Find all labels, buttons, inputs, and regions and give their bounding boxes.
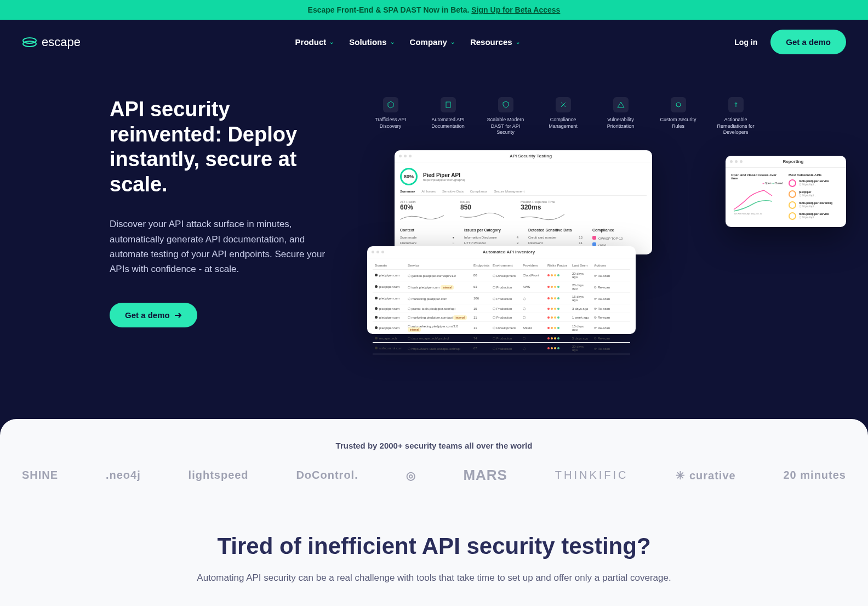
hero-section: API security reinvented: Deploy instantl… [0,64,868,408]
shield-icon [502,101,510,109]
panel-tabs: SummaryAll IssuesSensitive DataComplianc… [400,190,647,196]
nav-company[interactable]: Company⌄ [410,37,455,47]
main-nav: escape Product⌄ Solutions⌄ Company⌄ Reso… [0,20,868,64]
panel-inventory: Automated API Inventory DomainServiceEnd… [367,246,636,334]
logo-neo4j: .neo4j [106,469,141,482]
trusted-heading: Trusted by 2000+ security teams all over… [22,441,846,450]
x-icon [559,101,567,109]
section-title: Tired of inefficient API security testin… [22,533,846,559]
upload-icon [732,101,740,109]
svg-rect-2 [446,102,450,107]
document-icon [444,101,452,109]
logo-shine: SHINE [22,469,58,482]
table-row: piedpiper.com⬡ api.marketing.piedpiper.c… [373,322,630,334]
chevron-down-icon: ⌄ [450,39,455,45]
nav-product[interactable]: Product⌄ [295,37,334,47]
gear-icon [675,101,682,109]
logo-volvo: ◎ [406,469,416,482]
feature-rules: Custom Security Rules [655,97,701,136]
product-mockups: API Security Testing 80% Pied Piper APIh… [362,150,846,364]
nav-actions: Log in Get a demo [734,30,846,54]
hero-cta-button[interactable]: Get a demo [110,303,197,327]
brand-name: escape [42,35,81,49]
logo-icon [22,36,37,48]
table-row: piedpiper.com⬡ marketing.piedpiper.com 1… [373,293,630,304]
feature-documentation: Automated API Documentation [425,97,471,136]
get-demo-button[interactable]: Get a demo [770,30,846,54]
banner-link[interactable]: Sign Up for Beta Access [471,5,560,14]
table-row: sofacontrol.com⬡ https://tooni-tools.esc… [373,343,630,354]
table-row: piedpiper.com⬡ gottitsu.piedpiper.com/ap… [373,270,630,281]
chevron-down-icon: ⌄ [329,39,334,45]
chevron-down-icon: ⌄ [390,39,395,45]
section-description: Automating API security can be a real ch… [22,573,846,584]
panel-reporting: Reporting Open and closed issues over ti… [726,156,846,227]
logo[interactable]: escape [22,35,81,49]
logo-thinkific: THINKIFIC [555,469,629,482]
table-row: piedpiper.com⬡ promo-tools.piedpiper.com… [373,304,630,313]
feature-vulnerability: Vulnerability Prioritization [597,97,644,136]
customer-logos: SHINE .neo4j lightspeed DoControl. ◎ MAR… [22,467,846,484]
nav-solutions[interactable]: Solutions⌄ [349,37,394,47]
logo-lightspeed: lightspeed [189,469,249,482]
social-proof-section: Trusted by 2000+ security teams all over… [0,419,868,606]
feature-discovery: Trafficless API Discovery [367,97,414,136]
table-row: piedpiper.com⬡ marketing.piedpiper.com/a… [373,313,630,322]
cube-icon [387,101,395,109]
alert-icon [617,101,625,109]
svg-point-3 [676,103,681,107]
table-row: piedpiper.com⬡ tools.piedpiper.com inter… [373,281,630,293]
login-link[interactable]: Log in [734,38,757,47]
logo-curative: ✳ curative [676,469,735,482]
table-row: escape.tech⬡ docs.escape.tech/graphql 74… [373,334,630,343]
feature-icons-row: Trafficless API Discovery Automated API … [362,97,846,136]
logo-docontrol: DoControl. [296,469,358,482]
beta-banner: Escape Front-End & SPA DAST Now in Beta.… [0,0,868,20]
banner-text: Escape Front-End & SPA DAST Now in Beta. [308,5,472,14]
logo-20minutes: 20 minutes [783,469,846,482]
feature-dast: Scalable Modern DAST for API Security [482,97,529,136]
svg-text:Jan Feb Mar Apr May Jun Jul: Jan Feb Mar Apr May Jun Jul [734,212,762,215]
feature-compliance: Compliance Management [540,97,586,136]
panel-security-testing: API Security Testing 80% Pied Piper APIh… [395,150,652,254]
nav-resources[interactable]: Resources⌄ [470,37,520,47]
chevron-down-icon: ⌄ [516,39,520,45]
feature-remediation: Actionable Remediations for Developers [712,97,759,136]
api-score: 80% [400,168,418,185]
nav-menu: Product⌄ Solutions⌄ Company⌄ Resources⌄ [295,37,520,47]
hero-title: API security reinvented: Deploy instantl… [110,97,340,197]
hero-description: Discover your API attack surface in minu… [110,217,340,276]
logo-mars: MARS [463,467,507,484]
arrow-right-icon [174,312,182,319]
